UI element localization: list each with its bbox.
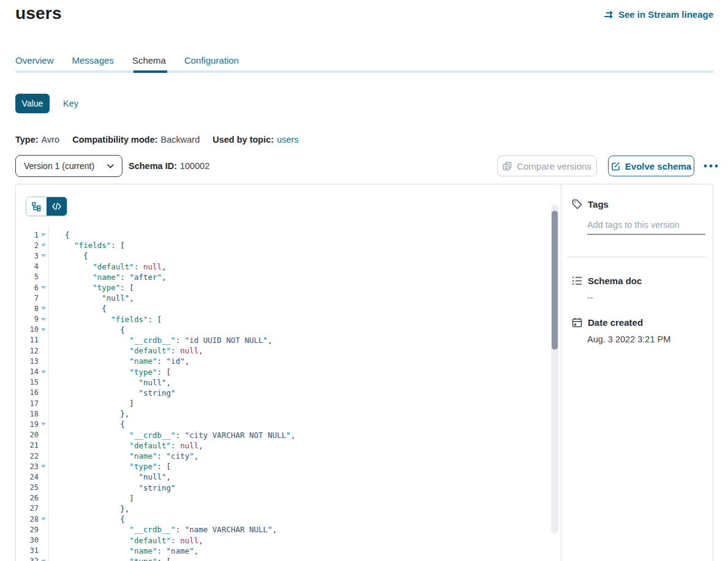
code-text: "type": [ xyxy=(48,283,134,292)
fold-arrow-icon[interactable] xyxy=(39,286,48,289)
tab-overview[interactable]: Overview xyxy=(15,55,54,68)
code-line-3: 3 { xyxy=(16,250,561,261)
tab-configuration[interactable]: Configuration xyxy=(184,55,239,68)
code-text: "fields": [ xyxy=(48,241,125,250)
line-number: 29 xyxy=(16,525,39,534)
fold-arrow-icon[interactable] xyxy=(39,465,48,468)
line-number: 7 xyxy=(16,294,39,303)
schema-id-label: Schema ID: xyxy=(129,161,177,171)
add-tags-input[interactable] xyxy=(587,217,705,235)
compare-versions-button[interactable]: Compare versions xyxy=(497,156,597,176)
line-number: 22 xyxy=(16,452,39,461)
tab-bar: Overview Messages Schema Configuration xyxy=(15,55,239,68)
line-number: 4 xyxy=(16,262,39,271)
line-number: 27 xyxy=(16,504,39,513)
line-number: 12 xyxy=(16,347,39,355)
line-number: 17 xyxy=(16,399,39,408)
fold-arrow-icon[interactable] xyxy=(39,371,48,374)
code-line-11: 11 "__crdb__": "id UUID NOT NULL", xyxy=(16,335,561,345)
key-toggle-link[interactable]: Key xyxy=(63,99,78,108)
code-text: }, xyxy=(48,409,129,418)
code-line-26: 26 ] xyxy=(16,493,561,503)
fold-arrow-icon[interactable] xyxy=(39,328,48,331)
code-line-10: 10 { xyxy=(16,325,561,335)
more-options-button[interactable] xyxy=(700,156,722,176)
date-created-section-header: Date created xyxy=(572,317,643,328)
tab-underline-track xyxy=(15,70,713,73)
code-line-8: 8 { xyxy=(16,303,561,314)
schema-side-panel: Tags Schema doc -- xyxy=(561,184,713,561)
fold-arrow-icon[interactable] xyxy=(39,423,48,426)
schema-meta-row: Type:Avro Compatibility mode:Backward Us… xyxy=(15,135,299,145)
code-line-20: 20 "__crdb__": "city VARCHAR NOT NULL", xyxy=(16,430,561,440)
code-text: { xyxy=(48,325,125,334)
line-number: 2 xyxy=(16,241,39,250)
editor-scrollbar-thumb[interactable] xyxy=(552,211,558,350)
code-text: "type": [ xyxy=(48,462,171,471)
evolve-schema-button[interactable]: Evolve schema xyxy=(608,156,694,176)
code-line-19: 19 { xyxy=(16,419,561,429)
calendar-plus-icon xyxy=(572,317,582,328)
code-line-32: 32 "type": [ xyxy=(16,556,561,561)
date-created-value: Aug. 3 2022 3:21 PM xyxy=(587,334,670,344)
schema-page: users See in Stream lineage Overview Mes… xyxy=(0,0,728,561)
code-line-23: 23 "type": [ xyxy=(16,461,561,472)
tags-title: Tags xyxy=(588,199,609,209)
gutter-divider xyxy=(48,226,49,561)
code-line-14: 14 "type": [ xyxy=(16,366,561,377)
evolve-schema-icon xyxy=(611,162,620,171)
code-view-button[interactable] xyxy=(47,197,67,216)
tree-diagram-icon xyxy=(32,202,41,211)
code-text: "__crdb__": "id UUID NOT NULL", xyxy=(48,336,272,345)
line-number: 11 xyxy=(16,336,39,344)
editor-scrollbar-track[interactable] xyxy=(551,205,558,533)
fold-arrow-icon[interactable] xyxy=(39,233,48,236)
tree-view-button[interactable] xyxy=(26,197,47,216)
fold-arrow-icon[interactable] xyxy=(39,307,48,310)
line-number: 15 xyxy=(16,378,39,386)
code-line-27: 27 }, xyxy=(16,503,561,514)
code-text: "name": "id", xyxy=(48,356,189,366)
fold-arrow-icon[interactable] xyxy=(39,254,48,257)
version-dropdown[interactable]: Version 1 (current) xyxy=(15,155,122,177)
fold-arrow-icon[interactable] xyxy=(39,318,48,321)
code-text: "__crdb__": "city VARCHAR NOT NULL", xyxy=(48,431,295,440)
type-value: Avro xyxy=(42,135,60,145)
code-text: "default": null, xyxy=(48,536,203,545)
code-text: "name": "after", xyxy=(48,273,167,282)
line-number: 3 xyxy=(16,252,39,260)
code-text: }, xyxy=(48,504,129,513)
line-number: 5 xyxy=(16,273,39,281)
code-line-6: 6 "type": [ xyxy=(16,282,561,293)
fold-arrow-icon[interactable] xyxy=(39,518,48,521)
line-number: 24 xyxy=(16,473,39,481)
page-title: users xyxy=(15,4,62,23)
code-text: { xyxy=(48,304,107,313)
code-text: "null", xyxy=(48,293,134,303)
code-line-12: 12 "default": null, xyxy=(16,345,561,356)
schema-panel: 1{2 "fields": [3 {4 "default": null,5 "n… xyxy=(15,184,713,561)
code-line-24: 24 "null", xyxy=(16,472,561,482)
code-text: { xyxy=(48,420,125,429)
code-text: "default": null, xyxy=(48,346,203,355)
see-in-stream-lineage-link[interactable]: See in Stream lineage xyxy=(604,9,713,20)
tab-messages[interactable]: Messages xyxy=(72,55,114,68)
code-text: ] xyxy=(48,494,134,503)
code-text: "null", xyxy=(48,472,171,481)
stream-lineage-label: See in Stream lineage xyxy=(618,9,713,20)
version-dropdown-value: Version 1 (current) xyxy=(24,161,94,171)
line-number: 6 xyxy=(16,284,39,292)
line-number: 1 xyxy=(16,231,39,239)
line-number: 30 xyxy=(16,536,39,544)
tab-schema[interactable]: Schema xyxy=(132,55,166,68)
topic-link[interactable]: users xyxy=(277,135,298,145)
fold-arrow-icon[interactable] xyxy=(39,244,48,247)
code-line-25: 25 "string" xyxy=(16,483,561,493)
type-label: Type: xyxy=(15,135,39,145)
value-toggle-button[interactable]: Value xyxy=(15,94,50,113)
code-text: "type": [ xyxy=(48,557,171,561)
editor-view-toggle xyxy=(26,197,67,216)
code-brackets-icon xyxy=(52,203,61,210)
code-line-30: 30 "default": null, xyxy=(16,535,561,545)
active-tab-marker xyxy=(133,70,167,73)
